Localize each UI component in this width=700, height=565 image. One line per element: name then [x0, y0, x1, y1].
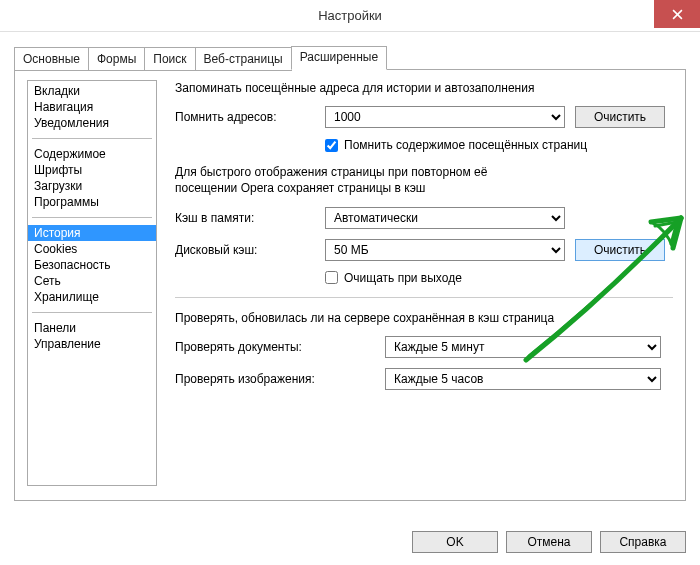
sidebar-separator	[32, 217, 152, 218]
sidebar-item-хранилище[interactable]: Хранилище	[28, 289, 156, 305]
settings-pane: Запоминать посещённые адреса для истории…	[157, 80, 673, 486]
clear-cache-button[interactable]: Очистить	[575, 239, 665, 261]
tab-поиск[interactable]: Поиск	[144, 47, 195, 71]
tab-расширенные[interactable]: Расширенные	[291, 46, 388, 70]
tab-основные[interactable]: Основные	[14, 47, 89, 71]
sidebar-item-шрифты[interactable]: Шрифты	[28, 162, 156, 178]
clear-addresses-button[interactable]: Очистить	[575, 106, 665, 128]
sidebar-item-управление[interactable]: Управление	[28, 336, 156, 352]
check-documents-label: Проверять документы:	[175, 340, 375, 354]
category-list[interactable]: ВкладкиНавигацияУведомленияСодержимоеШри…	[27, 80, 157, 486]
memory-cache-select[interactable]: Автоматически	[325, 207, 565, 229]
tab-формы[interactable]: Формы	[88, 47, 145, 71]
titlebar: Настройки	[0, 0, 700, 32]
remember-content-checkbox[interactable]	[325, 139, 338, 152]
sidebar-item-сеть[interactable]: Сеть	[28, 273, 156, 289]
check-documents-select[interactable]: Каждые 5 минут	[385, 336, 661, 358]
cache-description: Для быстрого отображения страницы при по…	[175, 164, 673, 196]
tab-веб-страницы[interactable]: Веб-страницы	[195, 47, 292, 71]
sidebar-item-навигация[interactable]: Навигация	[28, 99, 156, 115]
ok-button[interactable]: OK	[412, 531, 498, 553]
dialog-body: ОсновныеФормыПоискВеб-страницыРасширенны…	[0, 32, 700, 501]
sidebar-item-панели[interactable]: Панели	[28, 320, 156, 336]
close-button[interactable]	[654, 0, 700, 28]
remember-content-label[interactable]: Помнить содержимое посещённых страниц	[344, 138, 587, 152]
sidebar-item-вкладки[interactable]: Вкладки	[28, 83, 156, 99]
clear-on-exit-checkbox[interactable]	[325, 271, 338, 284]
sidebar-separator	[32, 138, 152, 139]
disk-cache-select[interactable]: 50 МБ	[325, 239, 565, 261]
history-description: Запоминать посещённые адреса для истории…	[175, 80, 673, 96]
tab-page: ВкладкиНавигацияУведомленияСодержимоеШри…	[14, 69, 686, 501]
sidebar-item-программы[interactable]: Программы	[28, 194, 156, 210]
memory-cache-label: Кэш в памяти:	[175, 211, 315, 225]
sidebar-item-содержимое[interactable]: Содержимое	[28, 146, 156, 162]
clear-on-exit-label[interactable]: Очищать при выходе	[344, 271, 462, 285]
check-images-label: Проверять изображения:	[175, 372, 375, 386]
sidebar-item-загрузки[interactable]: Загрузки	[28, 178, 156, 194]
close-icon	[672, 9, 683, 20]
sidebar-item-безопасность[interactable]: Безопасность	[28, 257, 156, 273]
cancel-button[interactable]: Отмена	[506, 531, 592, 553]
divider	[175, 297, 673, 298]
window-title: Настройки	[318, 0, 382, 32]
addresses-select[interactable]: 1000	[325, 106, 565, 128]
tabstrip: ОсновныеФормыПоискВеб-страницыРасширенны…	[14, 46, 686, 70]
help-button[interactable]: Справка	[600, 531, 686, 553]
disk-cache-label: Дисковый кэш:	[175, 243, 315, 257]
sidebar-separator	[32, 312, 152, 313]
sidebar-item-уведомления[interactable]: Уведомления	[28, 115, 156, 131]
sidebar-item-cookies[interactable]: Cookies	[28, 241, 156, 257]
sidebar-item-история[interactable]: История	[28, 225, 156, 241]
check-images-select[interactable]: Каждые 5 часов	[385, 368, 661, 390]
dialog-footer: OK Отмена Справка	[412, 531, 686, 553]
addresses-label: Помнить адресов:	[175, 110, 315, 124]
check-description: Проверять, обновилась ли на сервере сохр…	[175, 310, 673, 326]
